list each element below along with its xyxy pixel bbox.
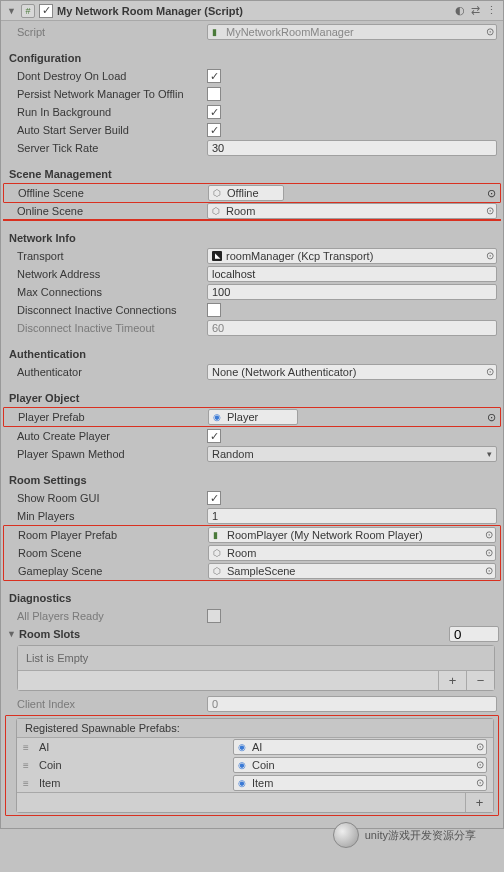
all-players-ready-checkbox	[207, 609, 221, 623]
min-players-input[interactable]	[207, 508, 497, 524]
run-bg-checkbox[interactable]: ✓	[207, 105, 221, 119]
object-picker-icon[interactable]: ⊙	[485, 529, 493, 540]
object-picker-icon[interactable]: ⊙	[485, 547, 493, 558]
disc-timeout-input[interactable]	[207, 320, 497, 336]
room-player-prefab-field[interactable]: ▮ RoomPlayer (My Network Room Player) ⊙	[208, 527, 496, 543]
help-icon[interactable]: ◐	[455, 4, 465, 17]
spawnable-prefabs-list: Registered Spawnable Prefabs: ≡ AI ◉ AI …	[16, 718, 494, 813]
auto-start-checkbox[interactable]: ✓	[207, 123, 221, 137]
inspector-panel: ▼ # ✓ My Network Room Manager (Script) ◐…	[0, 0, 504, 829]
object-picker-icon[interactable]: ⊙	[476, 741, 484, 752]
remove-button[interactable]: −	[466, 671, 494, 690]
object-picker-icon[interactable]: ⊙	[486, 250, 494, 261]
scene-icon: ⬡	[213, 188, 223, 198]
offline-scene-row: Offline Scene ⬡ Offline ⊙	[4, 184, 500, 202]
drag-handle-icon[interactable]: ≡	[23, 760, 37, 771]
dont-destroy-checkbox[interactable]: ✓	[207, 69, 221, 83]
list-empty-text: List is Empty	[18, 646, 494, 670]
player-prefab-field[interactable]: ◉ Player	[208, 409, 298, 425]
menu-icon[interactable]: ⋮	[486, 4, 497, 17]
spawnable-field[interactable]: ◉ Item ⊙	[233, 775, 487, 791]
object-picker-icon[interactable]: ⊙	[476, 777, 484, 788]
max-conn-input[interactable]	[207, 284, 497, 300]
spawnable-header: Registered Spawnable Prefabs:	[17, 719, 493, 738]
configuration-header: Configuration	[7, 52, 207, 64]
scene-icon: ⬡	[213, 548, 223, 558]
offline-scene-field[interactable]: ⬡ Offline	[208, 185, 284, 201]
persist-nm-checkbox[interactable]	[207, 87, 221, 101]
preset-icon[interactable]: ⇄	[471, 4, 480, 17]
tick-rate-row: Server Tick Rate	[3, 139, 501, 157]
script-icon: ▮	[213, 530, 223, 540]
script-icon: ▮	[212, 27, 222, 37]
spawnable-row: ≡ Coin ◉ Coin ⊙	[17, 756, 493, 774]
room-slots-row[interactable]: ▼ Room Slots	[3, 625, 501, 643]
spawnable-field[interactable]: ◉ AI ⊙	[233, 739, 487, 755]
object-picker-icon[interactable]: ⊙	[487, 411, 496, 424]
room-scene-row: Room Scene ⬡ Room ⊙	[4, 544, 500, 562]
add-button[interactable]: +	[438, 671, 466, 690]
client-index-row: Client Index	[3, 695, 501, 713]
room-slots-count[interactable]	[449, 626, 499, 642]
prefab-icon: ◉	[238, 742, 248, 752]
prefab-icon: ◉	[238, 760, 248, 770]
show-gui-row: Show Room GUI ✓	[3, 489, 501, 507]
client-index-input[interactable]	[207, 696, 497, 712]
script-row: Script ▮ MyNetworkRoomManager ⊙	[3, 23, 501, 41]
all-players-ready-row: All Players Ready	[3, 607, 501, 625]
show-gui-checkbox[interactable]: ✓	[207, 491, 221, 505]
online-scene-row: Online Scene ⬡ Room ⊙	[3, 203, 501, 221]
auto-create-row: Auto Create Player ✓	[3, 427, 501, 445]
gameplay-scene-field[interactable]: ⬡ SampleScene ⊙	[208, 563, 496, 579]
network-address-row: Network Address	[3, 265, 501, 283]
scene-mgmt-header: Scene Management	[7, 168, 207, 180]
dont-destroy-row: Dont Destroy On Load ✓	[3, 67, 501, 85]
spawnable-row: ≡ Item ◉ Item ⊙	[17, 774, 493, 792]
chevron-down-icon: ▾	[487, 449, 492, 459]
script-label: Script	[7, 26, 207, 38]
object-picker-icon[interactable]: ⊙	[486, 366, 494, 377]
transport-row: Transport ◣ roomManager (Kcp Transport) …	[3, 247, 501, 265]
spawnable-row: ≡ AI ◉ AI ⊙	[17, 738, 493, 756]
component-title: My Network Room Manager (Script)	[57, 5, 451, 17]
object-picker-icon[interactable]: ⊙	[485, 565, 493, 576]
network-info-header: Network Info	[7, 232, 207, 244]
network-address-input[interactable]	[207, 266, 497, 282]
transport-field[interactable]: ◣ roomManager (Kcp Transport) ⊙	[207, 248, 497, 264]
authenticator-field[interactable]: None (Network Authenticator) ⊙	[207, 364, 497, 380]
foldout-icon[interactable]: ▼	[7, 6, 17, 16]
authenticator-row: Authenticator None (Network Authenticato…	[3, 363, 501, 381]
enable-component-checkbox[interactable]: ✓	[39, 4, 53, 18]
disc-inactive-row: Disconnect Inactive Connections	[3, 301, 501, 319]
spawn-method-row: Player Spawn Method Random ▾	[3, 445, 501, 463]
player-obj-header: Player Object	[7, 392, 207, 404]
add-button[interactable]: +	[465, 793, 493, 812]
scene-icon: ⬡	[212, 206, 222, 216]
max-conn-row: Max Connections	[3, 283, 501, 301]
object-picker-icon[interactable]: ⊙	[476, 759, 484, 770]
transport-icon: ◣	[212, 251, 222, 261]
drag-handle-icon[interactable]: ≡	[23, 778, 37, 789]
gameplay-scene-row: Gameplay Scene ⬡ SampleScene ⊙	[4, 562, 500, 580]
persist-nm-row: Persist Network Manager To Offlin	[3, 85, 501, 103]
prefab-icon: ◉	[213, 412, 223, 422]
scene-icon: ⬡	[213, 566, 223, 576]
room-scene-field[interactable]: ⬡ Room ⊙	[208, 545, 496, 561]
room-player-prefab-row: Room Player Prefab ▮ RoomPlayer (My Netw…	[4, 526, 500, 544]
diagnostics-header: Diagnostics	[7, 592, 207, 604]
drag-handle-icon[interactable]: ≡	[23, 742, 37, 753]
player-prefab-row: Player Prefab ◉ Player ⊙	[4, 408, 500, 426]
foldout-icon[interactable]: ▼	[5, 629, 15, 639]
tick-rate-input[interactable]	[207, 140, 497, 156]
script-field[interactable]: ▮ MyNetworkRoomManager ⊙	[207, 24, 497, 40]
object-picker-icon[interactable]: ⊙	[486, 205, 494, 216]
object-picker-icon[interactable]: ⊙	[486, 26, 494, 37]
object-picker-icon[interactable]: ⊙	[487, 187, 496, 200]
spawnable-field[interactable]: ◉ Coin ⊙	[233, 757, 487, 773]
spawn-method-dropdown[interactable]: Random ▾	[207, 446, 497, 462]
online-scene-field[interactable]: ⬡ Room ⊙	[207, 203, 497, 219]
component-header[interactable]: ▼ # ✓ My Network Room Manager (Script) ◐…	[1, 1, 503, 21]
room-settings-header: Room Settings	[7, 474, 207, 486]
auto-create-checkbox[interactable]: ✓	[207, 429, 221, 443]
disc-inactive-checkbox[interactable]	[207, 303, 221, 317]
